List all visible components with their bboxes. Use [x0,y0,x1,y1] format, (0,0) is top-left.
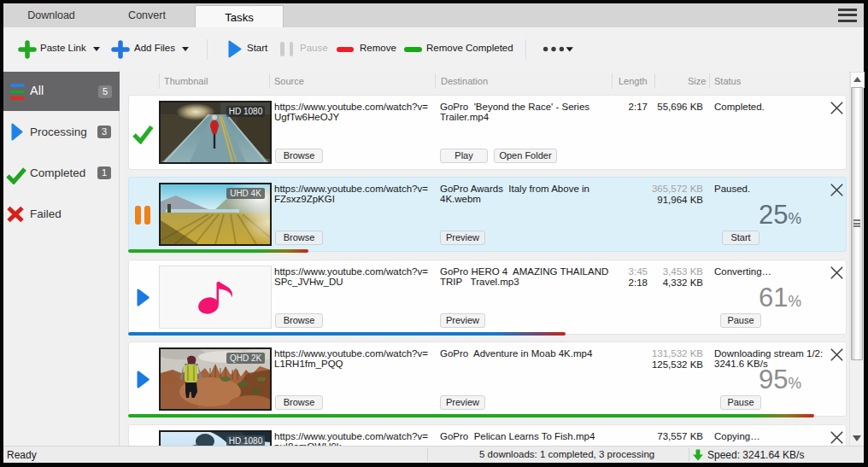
svg-text:QHD 2K: QHD 2K [230,353,262,363]
svg-text:HD 1080: HD 1080 [229,436,263,446]
svg-text:UHD 4K: UHD 4K [230,189,261,198]
svg-text:HD 1080: HD 1080 [229,107,263,116]
